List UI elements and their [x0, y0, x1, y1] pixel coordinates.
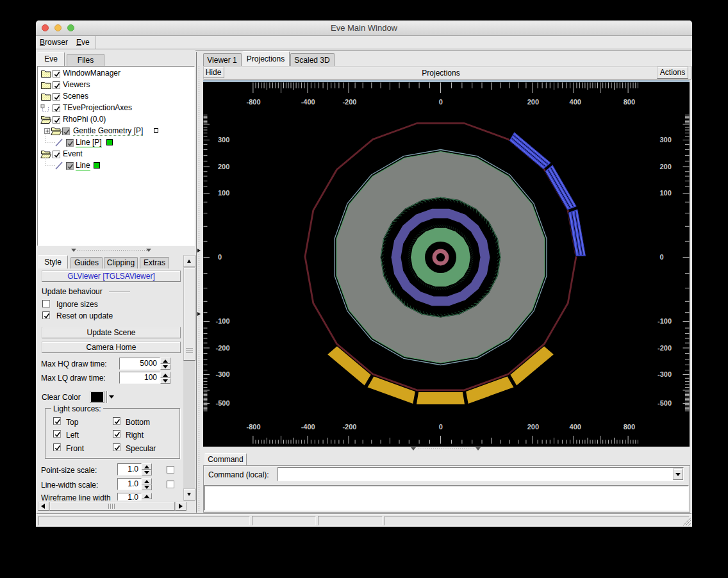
svg-text:-800: -800 — [246, 98, 260, 106]
svg-text:-300: -300 — [658, 370, 672, 378]
svg-text:0: 0 — [660, 253, 664, 261]
svg-text:100: 100 — [660, 189, 672, 197]
svg-text:-500: -500 — [658, 399, 672, 407]
svg-text:100: 100 — [218, 189, 229, 197]
svg-text:-800: -800 — [246, 423, 260, 431]
svg-text:-200: -200 — [658, 344, 672, 352]
svg-text:400: 400 — [570, 98, 581, 106]
svg-text:200: 200 — [527, 98, 539, 106]
svg-text:-200: -200 — [342, 98, 356, 106]
svg-text:0: 0 — [439, 423, 443, 431]
svg-text:200: 200 — [660, 163, 672, 170]
svg-text:800: 800 — [624, 98, 635, 106]
svg-text:300: 300 — [660, 136, 672, 144]
svg-text:-200: -200 — [342, 423, 356, 431]
svg-text:-100: -100 — [658, 317, 672, 325]
svg-text:300: 300 — [218, 136, 229, 144]
svg-text:-400: -400 — [301, 423, 315, 431]
svg-text:200: 200 — [218, 163, 229, 170]
svg-text:400: 400 — [570, 423, 581, 431]
svg-text:-500: -500 — [216, 399, 230, 407]
svg-text:0: 0 — [218, 253, 222, 261]
svg-text:-300: -300 — [216, 370, 230, 378]
svg-text:200: 200 — [527, 423, 539, 431]
svg-text:-400: -400 — [301, 98, 315, 106]
svg-text:0: 0 — [439, 98, 443, 106]
svg-text:800: 800 — [624, 423, 635, 431]
svg-text:-200: -200 — [216, 344, 230, 352]
svg-text:-100: -100 — [216, 317, 230, 325]
